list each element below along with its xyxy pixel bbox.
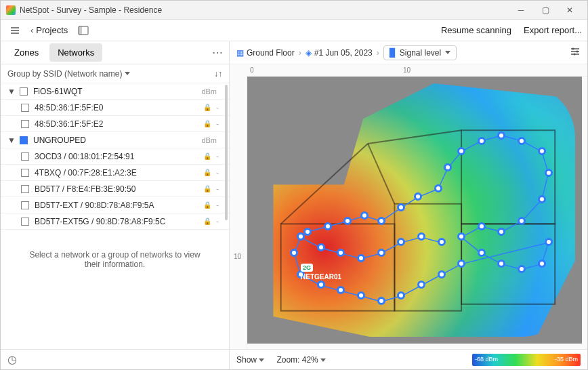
unit-label: dBm [201, 136, 217, 144]
survey-point[interactable] [343, 217, 352, 225]
network-group[interactable]: ▼FiOS-61WQTdBm [1, 83, 229, 100]
survey-point[interactable] [357, 254, 365, 262]
network-list[interactable]: ▼FiOS-61WQTdBm48:5D:36:1F:5F:E0🔒-48:5D:3… [1, 83, 229, 349]
zoom-control[interactable]: Zoom: 42% [276, 355, 326, 365]
survey-point[interactable] [337, 249, 345, 257]
lock-icon: 🔒 [203, 152, 213, 160]
survey-point[interactable] [538, 147, 546, 155]
sort-button[interactable]: ↓↑ [214, 69, 222, 79]
survey-point[interactable] [417, 281, 425, 289]
checkbox[interactable] [20, 87, 28, 96]
signal-value: - [213, 201, 222, 210]
survey-point[interactable] [434, 184, 442, 192]
survey-point[interactable] [497, 228, 505, 236]
network-group[interactable]: ▼UNGROUPEDdBm [1, 132, 229, 148]
survey-point[interactable] [478, 249, 486, 257]
survey-point[interactable] [545, 169, 553, 177]
map-settings-button[interactable] [570, 46, 581, 59]
checkbox[interactable] [21, 201, 29, 209]
show-dropdown[interactable]: Show [236, 355, 264, 365]
minimize-button[interactable]: ─ [509, 3, 533, 17]
survey-point[interactable] [478, 137, 486, 145]
signal-value: - [213, 152, 222, 161]
network-row[interactable]: 48:5D:36:1F:5F:E0🔒- [1, 100, 229, 116]
export-report-button[interactable]: Export report... [524, 25, 582, 35]
network-row[interactable]: 4TBXQ / 00:7F:28:E1:A2:3E🔒- [1, 165, 229, 181]
breadcrumb-survey[interactable]: ◈ #1 Jun 05, 2023 [306, 48, 373, 58]
network-row[interactable]: BD5T7-EXT / 90:8D:78:A8:F9:5A🔒- [1, 197, 229, 213]
survey-point[interactable] [545, 238, 553, 246]
survey-point[interactable] [417, 232, 425, 241]
survey-point[interactable] [457, 147, 465, 155]
svg-point-3 [576, 51, 579, 53]
survey-point[interactable] [377, 249, 385, 257]
progress-icon[interactable]: ◷ [7, 353, 17, 366]
survey-point[interactable] [438, 238, 446, 246]
survey-point[interactable] [360, 211, 369, 220]
survey-point[interactable] [444, 163, 452, 171]
survey-point[interactable] [457, 232, 465, 241]
statusbar: ◷ Show Zoom: 42% -68 dBm -35 dBm [1, 349, 587, 369]
survey-point[interactable] [457, 260, 465, 268]
visualization-dropdown[interactable]: ▉ Signal level [383, 45, 457, 60]
survey-point[interactable] [414, 192, 422, 201]
disclosure-triangle-icon: ▼ [7, 87, 14, 96]
checkbox[interactable] [20, 136, 28, 144]
sidebar-tabs: Zones Networks ⋯ [1, 41, 229, 64]
tabs-more-button[interactable]: ⋯ [212, 46, 224, 59]
checkbox[interactable] [21, 104, 29, 112]
network-row[interactable]: BD5T7 / F8:E4:FB:3E:90:50🔒- [1, 181, 229, 197]
group-by-bar[interactable]: Group by SSID (Network name) ↓↑ [1, 64, 229, 83]
network-row[interactable]: BD5T7-EXT5G / 90:8D:78:A8:F9:5C🔒- [1, 213, 229, 230]
checkbox[interactable] [21, 218, 29, 226]
network-name: BD5T7 / F8:E4:FB:3E:90:50 [35, 184, 203, 194]
survey-point[interactable] [297, 232, 305, 241]
network-row[interactable]: 3OCD3 / 00:18:01:F2:54:91🔒- [1, 148, 229, 165]
checkbox[interactable] [21, 120, 29, 128]
scrollbar[interactable] [225, 85, 228, 220]
survey-point[interactable] [518, 137, 526, 145]
survey-point[interactable] [538, 260, 546, 268]
chevron-down-icon [320, 358, 326, 362]
tab-networks[interactable]: Networks [49, 43, 102, 62]
survey-point[interactable] [324, 222, 332, 230]
survey-point[interactable] [397, 203, 405, 211]
checkbox[interactable] [21, 169, 29, 177]
group-name: UNGROUPED [33, 136, 201, 145]
survey-point[interactable] [497, 260, 505, 268]
survey-point[interactable] [538, 195, 546, 203]
app-icon [6, 5, 16, 15]
network-name: BD5T7-EXT5G / 90:8D:78:A8:F9:5C [35, 217, 203, 226]
group-by-label: Group by SSID (Network name) [7, 69, 122, 79]
checkbox[interactable] [21, 185, 29, 193]
survey-point[interactable] [397, 291, 405, 300]
survey-point[interactable] [317, 281, 325, 289]
survey-point[interactable] [518, 217, 526, 225]
signal-value: - [213, 217, 222, 226]
survey-point[interactable] [478, 222, 486, 230]
breadcrumb-floor[interactable]: ▦ Ground Floor [236, 48, 295, 58]
survey-point[interactable] [438, 270, 446, 279]
survey-point[interactable] [290, 249, 298, 257]
tab-zones[interactable]: Zones [6, 43, 47, 62]
resume-scanning-button[interactable]: Resume scanning [441, 25, 511, 35]
survey-point[interactable] [377, 297, 385, 305]
map-canvas[interactable]: 2G NETGEAR01 [247, 77, 582, 344]
survey-point[interactable] [377, 217, 385, 225]
survey-point[interactable] [397, 238, 405, 246]
maximize-button[interactable]: ▢ [533, 3, 558, 17]
survey-point[interactable] [317, 243, 325, 251]
survey-point[interactable] [357, 291, 365, 300]
survey-point[interactable] [518, 265, 526, 273]
map-area[interactable]: 0 10 10 [230, 64, 587, 349]
survey-point[interactable] [497, 131, 505, 140]
close-button[interactable]: ✕ [558, 3, 582, 17]
network-row[interactable]: 48:5D:36:1F:5F:E2🔒- [1, 116, 229, 132]
svg-rect-1 [79, 26, 82, 35]
menu-button[interactable] [6, 22, 24, 39]
survey-point[interactable] [303, 228, 312, 236]
projects-button[interactable]: ‹ Projects [30, 25, 68, 35]
survey-point[interactable] [337, 286, 345, 294]
layout-button[interactable] [75, 22, 92, 39]
checkbox[interactable] [21, 152, 29, 161]
